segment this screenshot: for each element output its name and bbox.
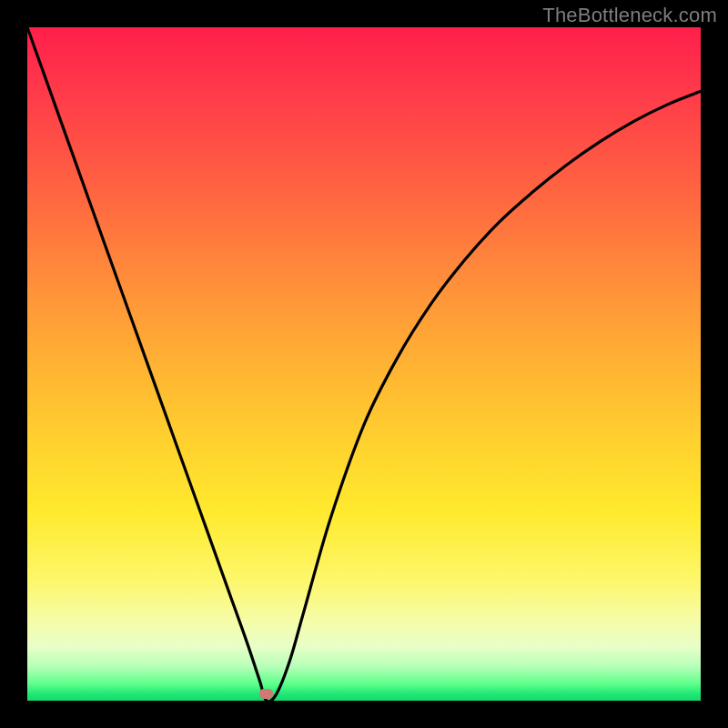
optimal-marker [259,689,273,699]
chart-gradient-area [27,27,701,701]
chart-frame: TheBottleneck.com [0,0,728,728]
watermark-text: TheBottleneck.com [542,4,717,27]
